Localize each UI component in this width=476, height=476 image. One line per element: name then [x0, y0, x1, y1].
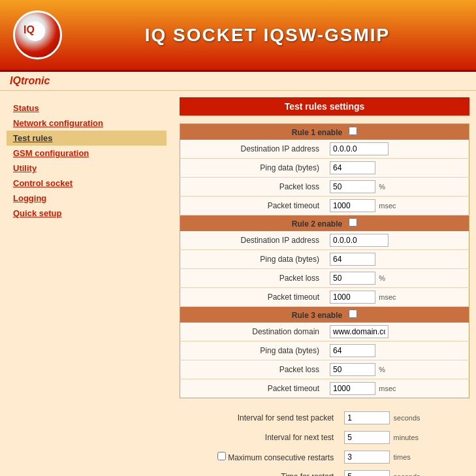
rule2-loss-input[interactable]	[330, 272, 375, 285]
settings-table: Interval for send test packet seconds In…	[180, 408, 469, 476]
sidebar-item-quick-setup[interactable]: Quick setup	[7, 206, 167, 221]
rule3-loss-input[interactable]	[330, 363, 375, 376]
rule2-ping-cell	[325, 250, 451, 269]
interval-next-input[interactable]	[344, 431, 390, 444]
rule2-enable-checkbox[interactable]	[349, 218, 357, 227]
rule1-dest-ip-row: Destination IP address	[180, 140, 469, 159]
rule2-loss-unit: %	[379, 274, 385, 282]
rule1-ping-label: Ping data (bytes)	[180, 159, 325, 178]
brand-name: IQtronic	[10, 75, 50, 86]
rule3-loss-cell: %	[325, 360, 451, 379]
sidebar-item-network-config[interactable]: Network configuration	[7, 116, 167, 131]
rule1-header-row: Rule 1 enable	[180, 124, 469, 140]
rule1-loss-unit: %	[379, 183, 385, 191]
rule3-timeout-input[interactable]	[330, 382, 375, 395]
interval-next-unit: minutes	[394, 434, 419, 441]
max-restarts-input[interactable]	[344, 451, 390, 464]
rule3-header: Rule 3 enable	[180, 307, 469, 323]
rule2-ping-row: Ping data (bytes)	[180, 250, 469, 269]
brand-bar: IQtronic	[0, 72, 476, 91]
rule1-loss-row: Packet loss %	[180, 178, 469, 197]
rule1-ping-input[interactable]	[330, 161, 375, 174]
rule3-dest-domain-cell	[325, 323, 451, 341]
time-restart-label: Time for restart	[180, 467, 339, 476]
rule2-ping-input[interactable]	[330, 253, 375, 266]
rule3-loss-label: Packet loss	[180, 360, 325, 379]
header: IQ SOCKET IQSW-GSMIP	[0, 0, 476, 72]
sidebar-item-test-rules[interactable]: Test rules	[7, 131, 167, 146]
rule1-timeout-input[interactable]	[330, 199, 375, 212]
rules-table: Rule 1 enable Destination IP address Pin…	[180, 123, 469, 398]
time-restart-unit: seconds	[394, 473, 420, 476]
rule2-timeout-cell: msec	[325, 288, 451, 307]
rule3-loss-row: Packet loss %	[180, 360, 469, 379]
interval-send-unit: seconds	[394, 414, 420, 422]
rule1-timeout-row: Packet timeout msec	[180, 197, 469, 215]
sidebar-item-gsm-config[interactable]: GSM configuration	[7, 146, 167, 161]
sidebar-item-logging[interactable]: Logging	[7, 191, 167, 206]
rule3-enable-checkbox[interactable]	[349, 309, 357, 318]
time-restart-cell: seconds	[339, 467, 469, 476]
rule1-dest-ip-cell	[325, 140, 451, 159]
sidebar-item-control-socket[interactable]: Control socket	[7, 176, 167, 191]
interval-next-cell: minutes	[339, 428, 469, 447]
rule2-dest-ip-label: Destination IP address	[180, 231, 325, 250]
interval-next-row: Interval for next test minutes	[180, 428, 469, 447]
interval-send-row: Interval for send test packet seconds	[180, 408, 469, 428]
sidebar-item-utility[interactable]: Utility	[7, 161, 167, 176]
rule3-loss-unit: %	[379, 366, 385, 373]
rule1-timeout-cell: msec	[325, 197, 451, 215]
rule3-ping-label: Ping data (bytes)	[180, 341, 325, 360]
rule2-dest-ip-cell	[325, 231, 451, 250]
time-restart-row: Time for restart seconds	[180, 467, 469, 476]
rule1-header: Rule 1 enable	[180, 124, 469, 140]
rule2-dest-ip-input[interactable]	[330, 234, 389, 247]
rule2-loss-label: Packet loss	[180, 269, 325, 288]
rule3-ping-input[interactable]	[330, 344, 375, 357]
rule3-dest-domain-input[interactable]	[330, 325, 389, 338]
max-restarts-label-cell: Maximum consecutive restarts	[180, 447, 339, 467]
rule3-timeout-unit: msec	[379, 385, 396, 392]
rule3-timeout-label: Packet timeout	[180, 379, 325, 398]
rule2-ping-label: Ping data (bytes)	[180, 250, 325, 269]
rule2-timeout-input[interactable]	[330, 291, 375, 304]
header-title: IQ SOCKET IQSW-GSMIP	[72, 25, 463, 46]
max-restarts-checkbox[interactable]	[217, 452, 226, 460]
rule2-loss-cell: %	[325, 269, 451, 288]
max-restarts-unit: times	[394, 453, 411, 461]
rule2-timeout-row: Packet timeout msec	[180, 288, 469, 307]
rule1-ping-cell	[325, 159, 451, 178]
rule3-dest-domain-row: Destination domain	[180, 323, 469, 341]
max-restarts-cell: times	[339, 447, 469, 467]
rule1-ping-row: Ping data (bytes)	[180, 159, 469, 178]
rule1-dest-ip-input[interactable]	[330, 142, 389, 155]
rule2-header-row: Rule 2 enable	[180, 215, 469, 232]
page-title: Test rules settings	[180, 97, 469, 116]
rule2-loss-row: Packet loss %	[180, 269, 469, 288]
rule1-dest-ip-label: Destination IP address	[180, 140, 325, 159]
max-restarts-row: Maximum consecutive restarts times	[180, 447, 469, 467]
rule1-timeout-unit: msec	[379, 202, 396, 210]
sidebar: Status Network configuration Test rules …	[0, 91, 173, 476]
content: Test rules settings Rule 1 enable Destin…	[173, 91, 476, 476]
rule1-loss-cell: %	[325, 178, 451, 197]
main-container: Status Network configuration Test rules …	[0, 91, 476, 476]
rule2-timeout-unit: msec	[379, 293, 396, 301]
rule3-ping-cell	[325, 341, 451, 360]
rule3-dest-domain-label: Destination domain	[180, 323, 325, 341]
rule2-dest-ip-row: Destination IP address	[180, 231, 469, 250]
max-restarts-label: Maximum consecutive restarts	[228, 453, 334, 462]
time-restart-input[interactable]	[344, 470, 390, 476]
interval-send-label: Interval for send test packet	[180, 408, 339, 428]
rule1-enable-checkbox[interactable]	[349, 127, 357, 135]
logo	[13, 10, 62, 59]
interval-send-cell: seconds	[339, 408, 469, 428]
rule2-timeout-label: Packet timeout	[180, 288, 325, 307]
sidebar-item-status[interactable]: Status	[7, 101, 167, 116]
rule2-header: Rule 2 enable	[180, 215, 469, 232]
rule3-ping-row: Ping data (bytes)	[180, 341, 469, 360]
interval-send-input[interactable]	[344, 411, 390, 424]
rule1-timeout-label: Packet timeout	[180, 197, 325, 215]
rule1-loss-input[interactable]	[330, 180, 375, 193]
rule3-timeout-row: Packet timeout msec	[180, 379, 469, 398]
